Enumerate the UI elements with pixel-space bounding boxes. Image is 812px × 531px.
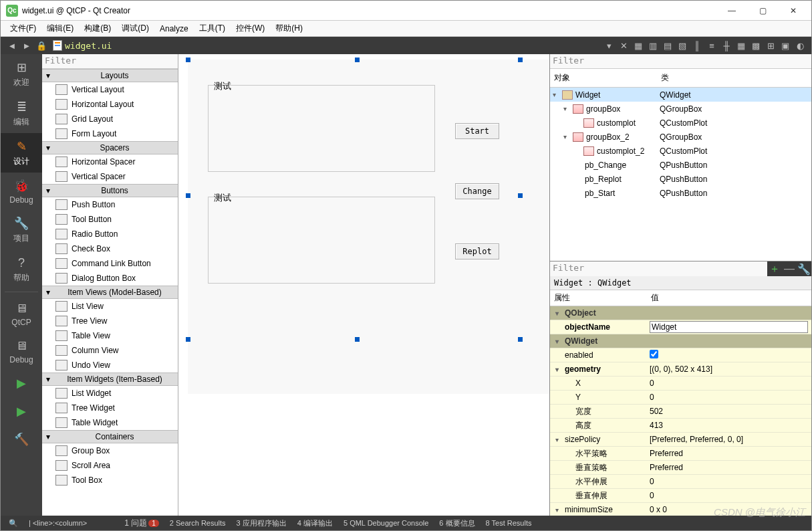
run-button[interactable]: ▶ xyxy=(1,370,42,398)
object-filter[interactable]: Filter xyxy=(550,54,811,69)
mode-help[interactable]: ?帮助 xyxy=(1,249,42,289)
tree-row[interactable]: customplot_2QCustomPlot xyxy=(550,144,811,158)
resize-handle[interactable] xyxy=(355,337,360,342)
tree-row[interactable]: ▾groupBox_2QGroupBox xyxy=(550,130,811,144)
kit-debug[interactable]: 🖥Debug xyxy=(1,332,42,370)
resize-handle[interactable] xyxy=(355,58,360,62)
status-search[interactable]: 2 Search Results xyxy=(170,519,226,527)
split-v-icon[interactable]: ╫ xyxy=(720,39,733,52)
property-row[interactable]: ▾sizePolicy[Preferred, Preferred, 0, 0] xyxy=(550,433,811,447)
property-row[interactable]: 水平伸展0 xyxy=(550,475,811,489)
debug-run-button[interactable]: ▶ xyxy=(1,398,42,426)
kit-selector[interactable]: 🖥QtCP xyxy=(1,295,42,332)
widgetbox-item[interactable]: Undo View xyxy=(42,358,178,373)
widgetbox-item[interactable]: Table View xyxy=(42,328,178,343)
minimize-button[interactable]: — xyxy=(716,1,747,20)
layout-g-icon[interactable]: ▤ xyxy=(661,39,674,52)
config-prop-button[interactable]: 🔧 xyxy=(797,261,811,276)
menu-help[interactable]: 帮助(H) xyxy=(270,20,308,37)
widgetbox-section-header[interactable]: ▾Layouts xyxy=(42,69,178,82)
property-row[interactable]: ▾QObject xyxy=(550,306,811,320)
groupbox-2[interactable]: 测试 xyxy=(208,197,435,284)
widgetbox-item[interactable]: Horizontal Layout xyxy=(42,97,178,112)
form-widget[interactable]: 测试 Start Change 测试 Replot xyxy=(188,60,549,394)
menu-file[interactable]: 文件(F) xyxy=(5,20,41,37)
change-button[interactable]: Change xyxy=(455,183,499,199)
menu-tools[interactable]: 工具(T) xyxy=(194,20,231,37)
header-prop[interactable]: 属性 xyxy=(550,290,647,306)
resize-handle[interactable] xyxy=(518,193,523,198)
close-button[interactable]: ✕ xyxy=(778,1,809,20)
remove-prop-button[interactable]: — xyxy=(782,261,797,276)
widgetbox-item[interactable]: Tool Button xyxy=(42,212,178,227)
property-row[interactable]: Y0 xyxy=(550,391,811,405)
property-row[interactable]: X0 xyxy=(550,377,811,391)
widgetbox-section-header[interactable]: ▾Item Views (Model-Based) xyxy=(42,286,178,299)
status-tests[interactable]: 8 Test Results xyxy=(486,519,532,527)
property-checkbox[interactable] xyxy=(650,350,658,358)
property-row[interactable]: 宽度502 xyxy=(550,405,811,419)
widgetbox-list[interactable]: ▾LayoutsVertical LayoutHorizontal Layout… xyxy=(42,69,178,516)
layout-f-icon[interactable]: ▧ xyxy=(676,39,689,52)
header-object[interactable]: 对象 xyxy=(550,70,657,86)
resize-handle[interactable] xyxy=(186,337,190,342)
widgetbox-item[interactable]: Vertical Spacer xyxy=(42,169,178,184)
layout-h-icon[interactable]: ▦ xyxy=(632,39,645,52)
mode-welcome[interactable]: ⊞欢迎 xyxy=(1,54,42,94)
replot-button[interactable]: Replot xyxy=(455,243,499,259)
tree-row[interactable]: pb_StartQPushButton xyxy=(550,186,811,200)
widgetbox-item[interactable]: Scroll Area xyxy=(42,458,178,473)
tree-row[interactable]: ▾WidgetQWidget xyxy=(550,88,811,102)
widgetbox-item[interactable]: Command Link Button xyxy=(42,256,178,271)
property-row[interactable]: 高度413 xyxy=(550,419,811,433)
nav-fwd-button[interactable]: ► xyxy=(20,39,33,52)
start-button[interactable]: Start xyxy=(455,123,499,139)
build-button[interactable]: 🔨 xyxy=(1,426,42,454)
widgetbox-item[interactable]: Group Box xyxy=(42,443,178,458)
property-input[interactable] xyxy=(650,321,808,333)
tree-row[interactable]: customplotQCustomPlot xyxy=(550,116,811,130)
widgetbox-item[interactable]: Push Button xyxy=(42,197,178,212)
menu-build[interactable]: 构建(B) xyxy=(79,20,116,37)
resize-handle[interactable] xyxy=(518,337,523,342)
menu-edit[interactable]: 编辑(E) xyxy=(41,20,79,37)
property-row[interactable]: ▾QWidget xyxy=(550,334,811,348)
widgetbox-item[interactable]: List Widget xyxy=(42,386,178,401)
menu-debug[interactable]: 调试(D) xyxy=(116,20,154,37)
widgetbox-section-header[interactable]: ▾Item Widgets (Item-Based) xyxy=(42,373,178,386)
mode-projects[interactable]: 🔧项目 xyxy=(1,210,42,249)
mode-debug[interactable]: 🐞Debug xyxy=(1,173,42,210)
widgetbox-item[interactable]: List View xyxy=(42,299,178,314)
object-tree-body[interactable]: ▾WidgetQWidget▾groupBoxQGroupBoxcustompl… xyxy=(550,88,811,261)
lock-icon[interactable]: 🔒 xyxy=(35,39,48,52)
groupbox-1[interactable]: 测试 xyxy=(208,85,435,172)
widgetbox-item[interactable]: Tree View xyxy=(42,314,178,328)
widgetbox-item[interactable]: Form Layout xyxy=(42,126,178,141)
widgetbox-item[interactable]: Radio Button xyxy=(42,227,178,241)
mode-design[interactable]: ✎设计 xyxy=(1,133,42,173)
split-h-icon[interactable]: ║ xyxy=(690,39,704,52)
preview-icon[interactable]: ▣ xyxy=(779,39,792,52)
property-row[interactable]: objectName xyxy=(550,320,811,334)
property-filter[interactable]: Filter xyxy=(550,261,767,276)
widgetbox-section-header[interactable]: ▾Containers xyxy=(42,430,178,443)
tree-row[interactable]: pb_ChangeQPushButton xyxy=(550,158,811,172)
grid-icon[interactable]: ▦ xyxy=(734,39,748,52)
status-qml[interactable]: 5 QML Debugger Console xyxy=(344,519,428,527)
edit-signals-icon[interactable]: ◐ xyxy=(793,39,807,52)
split-eq-icon[interactable]: ≡ xyxy=(705,39,718,52)
widgetbox-item[interactable]: Check Box xyxy=(42,241,178,256)
status-general[interactable]: 6 概要信息 xyxy=(439,518,475,528)
widgetbox-item[interactable]: Horizontal Spacer xyxy=(42,154,178,169)
widgetbox-item[interactable]: Dialog Button Box xyxy=(42,271,178,286)
property-row[interactable]: ▾geometry[(0, 0), 502 x 413] xyxy=(550,362,811,377)
maximize-button[interactable]: ▢ xyxy=(747,1,778,20)
property-row[interactable]: 垂直伸展0 xyxy=(550,489,811,503)
widgetbox-item[interactable]: Column View xyxy=(42,343,178,358)
adjust-size-icon[interactable]: ⊞ xyxy=(764,39,777,52)
search-icon[interactable]: 🔍 xyxy=(9,519,18,528)
property-body[interactable]: ▾QObjectobjectName▾QWidgetenabled▾geomet… xyxy=(550,306,811,516)
designer-canvas[interactable]: 测试 Start Change 测试 Replot xyxy=(178,54,549,516)
widgetbox-item[interactable]: Table Widget xyxy=(42,415,178,430)
status-issues[interactable]: 1 问题1 xyxy=(124,518,159,529)
